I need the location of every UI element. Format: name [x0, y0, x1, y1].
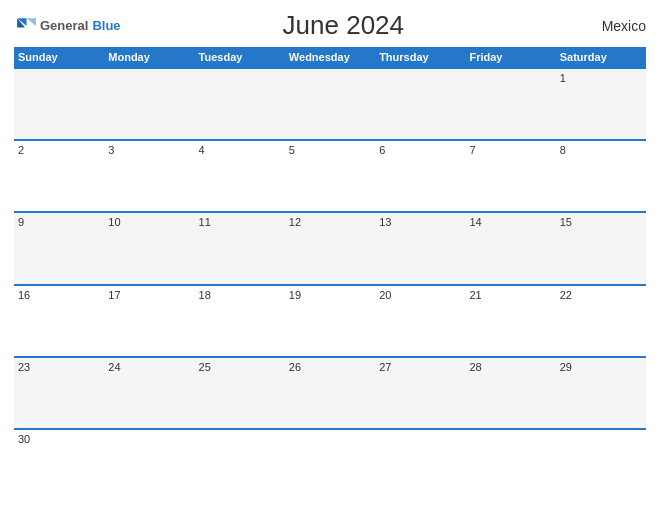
- day-cell: [104, 69, 194, 139]
- week-row-0: 1: [14, 67, 646, 139]
- day-header-saturday: Saturday: [556, 47, 646, 67]
- day-cell: [375, 69, 465, 139]
- day-cell: [195, 69, 285, 139]
- day-cell: [465, 69, 555, 139]
- day-cell: 7: [465, 141, 555, 211]
- day-cell: 23: [14, 358, 104, 428]
- logo: General Blue: [14, 15, 121, 37]
- day-cell: 24: [104, 358, 194, 428]
- weeks-container: 1234567891011121314151617181920212223242…: [14, 67, 646, 500]
- day-cell: 12: [285, 213, 375, 283]
- day-cell: 19: [285, 286, 375, 356]
- day-cell: 29: [556, 358, 646, 428]
- day-cell: [14, 69, 104, 139]
- day-cell: [556, 430, 646, 500]
- day-cell: 25: [195, 358, 285, 428]
- day-header-monday: Monday: [104, 47, 194, 67]
- day-cell: 5: [285, 141, 375, 211]
- day-cell: 10: [104, 213, 194, 283]
- day-cell: 2: [14, 141, 104, 211]
- week-row-1: 2345678: [14, 139, 646, 211]
- day-header-wednesday: Wednesday: [285, 47, 375, 67]
- day-cell: 17: [104, 286, 194, 356]
- day-cell: [195, 430, 285, 500]
- day-cell: 1: [556, 69, 646, 139]
- day-cell: 4: [195, 141, 285, 211]
- day-cell: 15: [556, 213, 646, 283]
- header: General Blue June 2024 Mexico: [14, 10, 646, 41]
- week-row-3: 16171819202122: [14, 284, 646, 356]
- day-cell: [465, 430, 555, 500]
- day-header-friday: Friday: [465, 47, 555, 67]
- week-row-4: 23242526272829: [14, 356, 646, 428]
- day-cell: 3: [104, 141, 194, 211]
- day-cell: 6: [375, 141, 465, 211]
- day-cell: 21: [465, 286, 555, 356]
- day-cell: 13: [375, 213, 465, 283]
- day-cell: 30: [14, 430, 104, 500]
- logo-general-text: General: [40, 18, 88, 33]
- day-cell: 27: [375, 358, 465, 428]
- logo-blue-text: Blue: [92, 18, 120, 33]
- week-row-5: 30: [14, 428, 646, 500]
- day-headers-row: SundayMondayTuesdayWednesdayThursdayFrid…: [14, 47, 646, 67]
- day-header-tuesday: Tuesday: [195, 47, 285, 67]
- day-cell: 22: [556, 286, 646, 356]
- day-cell: 16: [14, 286, 104, 356]
- day-cell: [285, 69, 375, 139]
- day-cell: [375, 430, 465, 500]
- page: General Blue June 2024 Mexico SundayMond…: [0, 0, 660, 510]
- day-cell: 20: [375, 286, 465, 356]
- calendar-title: June 2024: [121, 10, 566, 41]
- generalblue-logo-icon: [14, 15, 36, 37]
- day-header-thursday: Thursday: [375, 47, 465, 67]
- day-cell: 28: [465, 358, 555, 428]
- day-cell: 8: [556, 141, 646, 211]
- week-row-2: 9101112131415: [14, 211, 646, 283]
- calendar: SundayMondayTuesdayWednesdayThursdayFrid…: [14, 47, 646, 500]
- day-cell: [104, 430, 194, 500]
- country-label: Mexico: [566, 18, 646, 34]
- day-cell: 11: [195, 213, 285, 283]
- day-cell: 9: [14, 213, 104, 283]
- day-cell: 18: [195, 286, 285, 356]
- day-cell: 26: [285, 358, 375, 428]
- svg-marker-2: [27, 18, 36, 26]
- day-cell: [285, 430, 375, 500]
- day-cell: 14: [465, 213, 555, 283]
- day-header-sunday: Sunday: [14, 47, 104, 67]
